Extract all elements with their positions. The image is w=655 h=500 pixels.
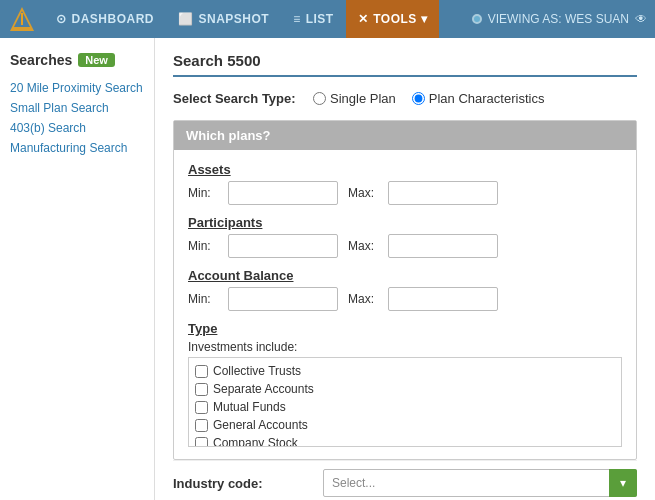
sidebar-link-manufacturing[interactable]: Manufacturing Search xyxy=(10,138,144,158)
main-layout: Searches New 20 Mile Proximity Search Sm… xyxy=(0,38,655,500)
account-balance-max-label: Max: xyxy=(348,292,378,306)
assets-min-input[interactable] xyxy=(228,181,338,205)
assets-min-label: Min: xyxy=(188,186,218,200)
participants-max-label: Max: xyxy=(348,239,378,253)
sidebar-link-403b[interactable]: 403(b) Search xyxy=(10,118,144,138)
industry-code-wrapper: Select... ▾ xyxy=(323,469,637,497)
account-balance-min-label: Min: xyxy=(188,292,218,306)
assets-group: Assets Min: Max: xyxy=(188,162,622,205)
participants-minmax: Min: Max: xyxy=(188,234,622,258)
participants-min-label: Min: xyxy=(188,239,218,253)
checkbox-scroll[interactable]: Collective Trusts Separate Accounts Mutu… xyxy=(188,357,622,447)
checkbox-general-accounts-label: General Accounts xyxy=(213,418,308,432)
account-balance-min-input[interactable] xyxy=(228,287,338,311)
account-balance-max-input[interactable] xyxy=(388,287,498,311)
checkbox-separate-accounts-label: Separate Accounts xyxy=(213,382,314,396)
checkbox-mutual-funds-label: Mutual Funds xyxy=(213,400,286,414)
radio-single-plan[interactable]: Single Plan xyxy=(313,91,396,106)
assets-label: Assets xyxy=(188,162,622,177)
dashboard-icon: ⊙ xyxy=(56,12,67,26)
checkbox-mutual-funds[interactable]: Mutual Funds xyxy=(195,398,615,416)
checkbox-collective-trusts[interactable]: Collective Trusts xyxy=(195,362,615,380)
radio-plan-input[interactable] xyxy=(412,92,425,105)
checkbox-company-stock-label: Company Stock xyxy=(213,436,298,447)
logo-icon xyxy=(8,5,36,33)
search-type-label: Select Search Type: xyxy=(173,91,303,106)
checkbox-separate-accounts[interactable]: Separate Accounts xyxy=(195,380,615,398)
account-balance-group: Account Balance Min: Max: xyxy=(188,268,622,311)
list-icon: ≡ xyxy=(293,12,301,26)
checkbox-collective-trusts-input[interactable] xyxy=(195,365,208,378)
which-plans-box: Which plans? Assets Min: Max: Participan… xyxy=(173,120,637,460)
nav-snapshot[interactable]: ⬜ SNAPSHOT xyxy=(166,0,281,38)
nav-list[interactable]: ≡ LIST xyxy=(281,0,346,38)
sidebar-title: Searches xyxy=(10,52,72,68)
checkbox-company-stock[interactable]: Company Stock xyxy=(195,434,615,447)
type-label: Type xyxy=(188,321,622,336)
investments-label: Investments include: xyxy=(188,340,622,354)
participants-group: Participants Min: Max: xyxy=(188,215,622,258)
industry-code-row: Industry code: Select... ▾ xyxy=(173,460,637,500)
content-area: Search 5500 Select Search Type: Single P… xyxy=(155,38,655,500)
assets-max-input[interactable] xyxy=(388,181,498,205)
sidebar-link-proximity[interactable]: 20 Mile Proximity Search xyxy=(10,78,144,98)
nav-tools[interactable]: ✕ TOOLS ▾ xyxy=(346,0,439,38)
checkbox-separate-accounts-input[interactable] xyxy=(195,383,208,396)
participants-max-input[interactable] xyxy=(388,234,498,258)
participants-min-input[interactable] xyxy=(228,234,338,258)
industry-code-select[interactable]: Select... xyxy=(323,469,637,497)
viewing-as: VIEWING AS: WES SUAN 👁 xyxy=(472,12,647,26)
new-badge: New xyxy=(78,53,115,67)
checkbox-general-accounts[interactable]: General Accounts xyxy=(195,416,615,434)
radio-single-label: Single Plan xyxy=(330,91,396,106)
type-section: Type Investments include: Collective Tru… xyxy=(188,321,622,447)
tools-icon: ✕ xyxy=(358,12,369,26)
account-balance-minmax: Min: Max: xyxy=(188,287,622,311)
participants-label: Participants xyxy=(188,215,622,230)
radio-plan-chars[interactable]: Plan Characteristics xyxy=(412,91,545,106)
which-plans-header: Which plans? xyxy=(174,121,636,150)
sidebar-header: Searches New xyxy=(10,52,144,68)
radio-group: Single Plan Plan Characteristics xyxy=(313,91,544,106)
radio-single-input[interactable] xyxy=(313,92,326,105)
checkbox-general-accounts-input[interactable] xyxy=(195,419,208,432)
industry-code-label: Industry code: xyxy=(173,476,313,491)
top-nav: ⊙ DASHBOARD ⬜ SNAPSHOT ≡ LIST ✕ TOOLS ▾ … xyxy=(0,0,655,38)
checkbox-company-stock-input[interactable] xyxy=(195,437,208,448)
account-balance-label: Account Balance xyxy=(188,268,622,283)
assets-minmax: Min: Max: xyxy=(188,181,622,205)
which-plans-body: Assets Min: Max: Participants Min: Max: xyxy=(174,150,636,459)
sidebar-link-smallplan[interactable]: Small Plan Search xyxy=(10,98,144,118)
radio-plan-label: Plan Characteristics xyxy=(429,91,545,106)
nav-dashboard[interactable]: ⊙ DASHBOARD xyxy=(44,0,166,38)
snapshot-icon: ⬜ xyxy=(178,12,194,26)
checkbox-collective-trusts-label: Collective Trusts xyxy=(213,364,301,378)
assets-max-label: Max: xyxy=(348,186,378,200)
sidebar: Searches New 20 Mile Proximity Search Sm… xyxy=(0,38,155,500)
checkbox-mutual-funds-input[interactable] xyxy=(195,401,208,414)
eye-icon: 👁 xyxy=(635,12,647,26)
search-type-row: Select Search Type: Single Plan Plan Cha… xyxy=(173,91,637,106)
page-title: Search 5500 xyxy=(173,52,637,77)
status-dot xyxy=(472,14,482,24)
